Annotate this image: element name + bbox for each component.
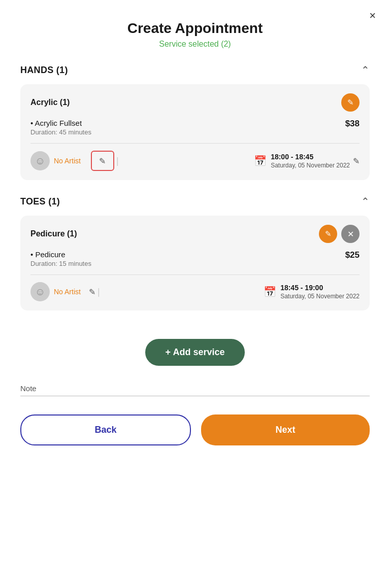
- note-label: Note: [20, 384, 370, 393]
- acrylic-service-duration: Duration: 45 minutes: [30, 128, 91, 136]
- service-selected-status: Service selected (2): [20, 40, 370, 49]
- pedicure-artist-avatar: ☺: [30, 282, 50, 301]
- acrylic-card-actions: ✎: [341, 93, 360, 112]
- pedicure-divider: [30, 274, 360, 275]
- note-divider: [20, 396, 370, 396]
- pedicure-service-name: Pedicure: [30, 250, 91, 259]
- pedicure-date: Saturday, 05 November 2022: [280, 293, 360, 300]
- acrylic-artist-row: ☺ No Artist ✎ | 📅 18:00 - 18:45 Saturday…: [30, 151, 360, 171]
- pedicure-card: Pedicure (1) ✎ ✕ Pedicure Duration: 15 m…: [20, 216, 370, 310]
- hands-section-header: HANDS (1) ⌃: [20, 64, 370, 76]
- add-service-wrap: + Add service: [20, 324, 370, 366]
- pedicure-service-item: Pedicure Duration: 15 minutes $25: [30, 250, 360, 267]
- acrylic-service-item: Acrylic Fullset Duration: 45 minutes $38: [30, 119, 360, 136]
- pedicure-card-title: Pedicure (1): [30, 229, 77, 238]
- pipe-divider: |: [116, 156, 119, 166]
- pedicure-service-price: $25: [345, 250, 360, 260]
- pedicure-artist-row: ☺ No Artist ✎ | 📅 18:45 - 19:00 Saturday…: [30, 282, 360, 301]
- acrylic-calendar-section: 📅 18:00 - 18:45 Saturday, 05 November 20…: [254, 153, 350, 169]
- pedicure-time: 18:45 - 19:00: [280, 284, 360, 292]
- hands-chevron-icon[interactable]: ⌃: [361, 64, 370, 76]
- acrylic-artist-pencil-icon: ✎: [99, 156, 106, 166]
- acrylic-service-name: Acrylic Fullset: [30, 119, 91, 127]
- modal-title: Create Appointment: [20, 20, 370, 37]
- pedicure-remove-button[interactable]: ✕: [341, 225, 360, 243]
- note-section: Note: [20, 384, 370, 396]
- acrylic-service-price: $38: [345, 119, 360, 129]
- acrylic-artist-edit-box[interactable]: ✎: [91, 151, 114, 171]
- pedicure-edit-button[interactable]: ✎: [319, 225, 337, 243]
- acrylic-divider: [30, 143, 360, 144]
- pedicure-card-header: Pedicure (1) ✎ ✕: [30, 225, 360, 243]
- acrylic-card: Acrylic (1) ✎ Acrylic Fullset Duration: …: [20, 84, 370, 180]
- acrylic-no-artist-label: No Artist: [54, 157, 81, 165]
- pedicure-time-info: 18:45 - 19:00 Saturday, 05 November 2022: [280, 284, 360, 300]
- acrylic-time: 18:00 - 18:45: [271, 153, 350, 161]
- pedicure-service-duration: Duration: 15 minutes: [30, 260, 91, 267]
- pedicure-calendar-section: 📅 18:45 - 19:00 Saturday, 05 November 20…: [264, 284, 360, 300]
- acrylic-card-header: Acrylic (1) ✎: [30, 93, 360, 112]
- next-button[interactable]: Next: [201, 414, 370, 445]
- acrylic-calendar-icon: 📅: [254, 155, 267, 167]
- pedicure-pipe-divider: |: [98, 287, 100, 297]
- add-service-button[interactable]: + Add service: [145, 339, 245, 366]
- acrylic-artist-avatar: ☺: [30, 151, 50, 170]
- toes-chevron-icon[interactable]: ⌃: [361, 195, 370, 207]
- pedicure-service-info: Pedicure Duration: 15 minutes: [30, 250, 91, 267]
- pedicure-artist-edit-icon[interactable]: ✎: [89, 287, 95, 297]
- bottom-buttons: Back Next: [20, 414, 370, 445]
- toes-section-header: TOES (1) ⌃: [20, 195, 370, 207]
- toes-section-title: TOES (1): [20, 196, 60, 207]
- acrylic-time-info: 18:00 - 18:45 Saturday, 05 November 2022: [271, 153, 350, 169]
- acrylic-edit-button[interactable]: ✎: [341, 93, 360, 112]
- acrylic-date-edit-icon[interactable]: ✎: [353, 156, 360, 166]
- modal-container: × Create Appointment Service selected (2…: [0, 0, 390, 588]
- pedicure-card-actions: ✎ ✕: [319, 225, 360, 243]
- acrylic-card-title: Acrylic (1): [30, 98, 70, 107]
- acrylic-date: Saturday, 05 November 2022: [271, 162, 350, 169]
- back-button[interactable]: Back: [20, 414, 191, 445]
- close-button[interactable]: ×: [369, 10, 376, 21]
- pedicure-calendar-icon: 📅: [264, 286, 276, 298]
- pedicure-no-artist-label: No Artist: [54, 288, 81, 296]
- acrylic-service-info: Acrylic Fullset Duration: 45 minutes: [30, 119, 91, 136]
- hands-section-title: HANDS (1): [20, 65, 68, 76]
